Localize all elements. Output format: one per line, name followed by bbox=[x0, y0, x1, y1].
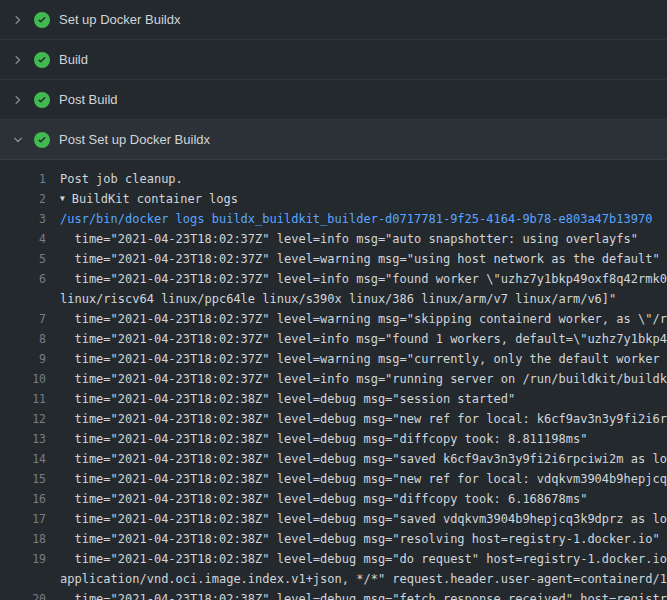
log-line: 15 time="2021-04-23T18:02:38Z" level=deb… bbox=[0, 469, 667, 489]
line-number[interactable]: 13 bbox=[0, 429, 46, 449]
log-line: 13 time="2021-04-23T18:02:38Z" level=deb… bbox=[0, 429, 667, 449]
line-number[interactable]: 19 bbox=[0, 549, 46, 569]
log-line: 8 time="2021-04-23T18:02:37Z" level=info… bbox=[0, 329, 667, 349]
chevron-right-icon bbox=[12, 54, 24, 66]
log-text: time="2021-04-23T18:02:37Z" level=warnin… bbox=[46, 249, 660, 269]
line-number[interactable]: 8 bbox=[0, 329, 46, 349]
log-line: 6 time="2021-04-23T18:02:37Z" level=info… bbox=[0, 269, 667, 289]
chevron-down-icon bbox=[12, 134, 24, 146]
log-line: 1Post job cleanup. bbox=[0, 169, 667, 189]
command-text: /usr/bin/docker logs buildx_buildkit_bui… bbox=[46, 209, 652, 229]
log-line: application/vnd.oci.image.index.v1+json,… bbox=[0, 569, 667, 589]
log-line: 16 time="2021-04-23T18:02:38Z" level=deb… bbox=[0, 489, 667, 509]
chevron-right-icon bbox=[12, 94, 24, 106]
log-area: 1Post job cleanup.2▼BuildKit container l… bbox=[0, 160, 667, 600]
log-text: time="2021-04-23T18:02:38Z" level=debug … bbox=[46, 529, 660, 549]
steps-list: Set up Docker BuildxBuildPost BuildPost … bbox=[0, 0, 667, 160]
step-label: Post Build bbox=[59, 92, 118, 107]
triangle-down-icon[interactable]: ▼ bbox=[46, 189, 65, 209]
log-text: BuildKit container logs bbox=[65, 189, 238, 209]
log-line: 20 time="2021-04-23T18:02:38Z" level=deb… bbox=[0, 589, 667, 600]
line-number[interactable]: 3 bbox=[0, 209, 46, 229]
log-text: time="2021-04-23T18:02:38Z" level=debug … bbox=[46, 389, 515, 409]
log-line: 7 time="2021-04-23T18:02:37Z" level=warn… bbox=[0, 309, 667, 329]
log-line: 10 time="2021-04-23T18:02:37Z" level=inf… bbox=[0, 369, 667, 389]
log-text: time="2021-04-23T18:02:38Z" level=debug … bbox=[46, 429, 587, 449]
line-number[interactable]: 20 bbox=[0, 589, 46, 600]
log-text: time="2021-04-23T18:02:37Z" level=info m… bbox=[46, 269, 667, 289]
line-number[interactable]: 14 bbox=[0, 449, 46, 469]
log-line: 4 time="2021-04-23T18:02:37Z" level=info… bbox=[0, 229, 667, 249]
log-text: time="2021-04-23T18:02:38Z" level=debug … bbox=[46, 549, 667, 569]
log-line: 2▼BuildKit container logs bbox=[0, 189, 667, 209]
check-circle-icon bbox=[34, 12, 50, 28]
step-header-post-set-up-docker-buildx[interactable]: Post Set up Docker Buildx bbox=[0, 120, 667, 160]
check-circle-icon bbox=[34, 132, 50, 148]
log-text: application/vnd.oci.image.index.v1+json,… bbox=[46, 569, 667, 589]
log-line: 17 time="2021-04-23T18:02:38Z" level=deb… bbox=[0, 509, 667, 529]
log-text: time="2021-04-23T18:02:37Z" level=info m… bbox=[46, 229, 638, 249]
line-number[interactable]: 15 bbox=[0, 469, 46, 489]
log-text: linux/riscv64 linux/ppc64le linux/s390x … bbox=[46, 289, 616, 309]
step-label: Set up Docker Buildx bbox=[59, 12, 180, 27]
step-label: Post Set up Docker Buildx bbox=[59, 132, 210, 147]
step-header-build[interactable]: Build bbox=[0, 40, 667, 80]
log-text: time="2021-04-23T18:02:38Z" level=debug … bbox=[46, 509, 667, 529]
log-line: linux/riscv64 linux/ppc64le linux/s390x … bbox=[0, 289, 667, 309]
chevron-right-icon bbox=[12, 14, 24, 26]
log-line: 18 time="2021-04-23T18:02:38Z" level=deb… bbox=[0, 529, 667, 549]
line-number[interactable]: 18 bbox=[0, 529, 46, 549]
line-number bbox=[0, 569, 46, 589]
line-number[interactable]: 10 bbox=[0, 369, 46, 389]
log-text: time="2021-04-23T18:02:38Z" level=debug … bbox=[46, 489, 587, 509]
step-header-post-build[interactable]: Post Build bbox=[0, 80, 667, 120]
log-text: time="2021-04-23T18:02:38Z" level=debug … bbox=[46, 469, 667, 489]
log-line: 19 time="2021-04-23T18:02:38Z" level=deb… bbox=[0, 549, 667, 569]
log-text: time="2021-04-23T18:02:37Z" level=info m… bbox=[46, 369, 667, 389]
line-number[interactable]: 7 bbox=[0, 309, 46, 329]
line-number[interactable]: 11 bbox=[0, 389, 46, 409]
log-text: time="2021-04-23T18:02:37Z" level=warnin… bbox=[46, 349, 667, 369]
log-text: time="2021-04-23T18:02:37Z" level=warnin… bbox=[46, 309, 667, 329]
line-number[interactable]: 5 bbox=[0, 249, 46, 269]
line-number[interactable]: 1 bbox=[0, 169, 46, 189]
log-text: Post job cleanup. bbox=[46, 169, 183, 189]
line-number[interactable]: 16 bbox=[0, 489, 46, 509]
line-number[interactable]: 4 bbox=[0, 229, 46, 249]
log-line: 12 time="2021-04-23T18:02:38Z" level=deb… bbox=[0, 409, 667, 429]
step-header-set-up-docker-buildx[interactable]: Set up Docker Buildx bbox=[0, 0, 667, 40]
check-circle-icon bbox=[34, 52, 50, 68]
line-number[interactable]: 6 bbox=[0, 269, 46, 289]
step-label: Build bbox=[59, 52, 88, 67]
workflow-log-viewer: Set up Docker BuildxBuildPost BuildPost … bbox=[0, 0, 667, 600]
log-text: time="2021-04-23T18:02:38Z" level=debug … bbox=[46, 409, 667, 429]
log-line: 14 time="2021-04-23T18:02:38Z" level=deb… bbox=[0, 449, 667, 469]
line-number[interactable]: 17 bbox=[0, 509, 46, 529]
log-text: time="2021-04-23T18:02:38Z" level=debug … bbox=[46, 589, 667, 600]
line-number[interactable]: 9 bbox=[0, 349, 46, 369]
log-text: time="2021-04-23T18:02:38Z" level=debug … bbox=[46, 449, 667, 469]
log-line: 5 time="2021-04-23T18:02:37Z" level=warn… bbox=[0, 249, 667, 269]
log-line: 9 time="2021-04-23T18:02:37Z" level=warn… bbox=[0, 349, 667, 369]
log-line: 11 time="2021-04-23T18:02:38Z" level=deb… bbox=[0, 389, 667, 409]
log-text: time="2021-04-23T18:02:37Z" level=info m… bbox=[46, 329, 667, 349]
line-number[interactable]: 12 bbox=[0, 409, 46, 429]
line-number[interactable]: 2 bbox=[0, 189, 46, 209]
log-line: 3/usr/bin/docker logs buildx_buildkit_bu… bbox=[0, 209, 667, 229]
line-number bbox=[0, 289, 46, 309]
check-circle-icon bbox=[34, 92, 50, 108]
